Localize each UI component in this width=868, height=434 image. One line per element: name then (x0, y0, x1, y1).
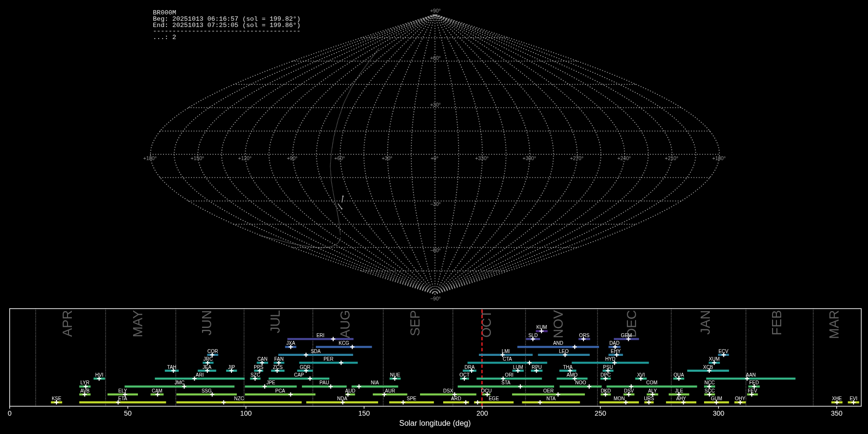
svg-text:HVI: HVI (95, 372, 104, 378)
svg-text:PAU: PAU (320, 380, 329, 385)
svg-text:300: 300 (713, 409, 724, 417)
svg-text:JUN: JUN (200, 310, 214, 336)
svg-text:XCB: XCB (703, 365, 713, 370)
svg-text:PER: PER (324, 356, 334, 362)
svg-text:+270°: +270° (570, 155, 583, 161)
svg-text:DRA: DRA (464, 365, 475, 370)
svg-text:AAN: AAN (746, 372, 756, 378)
svg-text:MON: MON (613, 396, 624, 401)
svg-text:ETA: ETA (118, 396, 127, 401)
svg-text:XHE: XHE (832, 396, 842, 401)
svg-text:NUE: NUE (390, 372, 400, 378)
svg-text:350: 350 (831, 409, 842, 417)
svg-text:DSX: DSX (443, 388, 453, 393)
svg-text:ALY: ALY (648, 388, 657, 393)
svg-text:150: 150 (358, 409, 370, 417)
svg-text:GDR: GDR (299, 365, 310, 370)
svg-text:COM: COM (646, 380, 657, 385)
svg-text:OCT: OCT (460, 372, 470, 378)
svg-text:+30°: +30° (382, 155, 393, 161)
svg-text:PCA: PCA (275, 388, 285, 393)
svg-text:PSU: PSU (603, 365, 613, 370)
svg-text:DSV: DSV (624, 388, 634, 393)
svg-text:OHY: OHY (735, 396, 746, 401)
svg-text:CAM: CAM (152, 388, 163, 393)
svg-text:−30°: −30° (430, 201, 441, 207)
svg-text:JIP: JIP (228, 365, 235, 370)
svg-text:APR: APR (60, 310, 75, 337)
svg-text:SZC: SZC (250, 372, 260, 378)
svg-text:NOO: NOO (575, 380, 586, 385)
svg-text:ELY: ELY (118, 388, 127, 393)
svg-text:−60°: −60° (430, 247, 441, 253)
svg-text:RPU: RPU (531, 365, 542, 370)
svg-text:DAD: DAD (610, 340, 620, 346)
svg-text:URS: URS (644, 396, 654, 401)
svg-text:ARD: ARD (451, 396, 461, 401)
svg-text:THA: THA (563, 365, 573, 370)
svg-text:+210°: +210° (665, 155, 678, 161)
svg-text:JUL: JUL (268, 310, 283, 333)
svg-text:AND: AND (553, 340, 563, 346)
svg-text:+300°: +300° (523, 155, 536, 161)
svg-text:SDA: SDA (311, 349, 321, 354)
svg-text:+60°: +60° (334, 155, 345, 161)
svg-text:250: 250 (595, 409, 606, 417)
svg-text:EHY: EHY (611, 349, 621, 354)
svg-text:COR: COR (207, 349, 218, 354)
svg-text:LMI: LMI (502, 349, 510, 354)
svg-text:+180°: +180° (712, 155, 726, 161)
svg-text:AUR: AUR (385, 388, 395, 393)
svg-text:GEM: GEM (621, 333, 632, 338)
svg-text:FEB: FEB (770, 310, 784, 336)
svg-text:AUG: AUG (338, 310, 353, 339)
svg-text:AMO: AMO (567, 372, 578, 378)
svg-text:−90°: −90° (430, 296, 441, 301)
svg-text:ORS: ORS (579, 333, 590, 338)
svg-text:STA: STA (502, 380, 511, 385)
svg-text:ORI: ORI (505, 372, 514, 378)
svg-text:OCT: OCT (479, 310, 494, 338)
svg-text:LYR: LYR (81, 380, 90, 385)
svg-text:TAH: TAH (167, 365, 176, 370)
svg-text:HYD: HYD (605, 356, 615, 362)
svg-text:SEP: SEP (408, 310, 422, 336)
svg-text:FAN: FAN (274, 356, 284, 362)
svg-text:SLD: SLD (529, 333, 538, 338)
svg-text:100: 100 (240, 409, 252, 417)
svg-text:JLE: JLE (675, 388, 683, 393)
svg-text:QUA: QUA (674, 372, 684, 378)
svg-text:OER: OER (543, 388, 554, 393)
svg-text:+240°: +240° (617, 155, 631, 161)
svg-text:SPE: SPE (407, 396, 416, 401)
svg-text:KCG: KCG (339, 340, 349, 346)
svg-text:AVB: AVB (80, 388, 90, 393)
svg-text:SSG: SSG (202, 388, 212, 393)
svg-text:...: 2: ...: 2 (153, 34, 176, 41)
svg-text:NTA: NTA (546, 396, 556, 401)
svg-text:Solar longitude (deg): Solar longitude (deg) (399, 419, 471, 427)
svg-text:KUM: KUM (536, 325, 547, 330)
svg-text:SCC: SCC (705, 388, 715, 393)
svg-text:+120°: +120° (238, 155, 252, 161)
svg-text:ARI: ARI (196, 372, 204, 378)
svg-text:KSE: KSE (52, 396, 61, 401)
svg-text:AUD: AUD (345, 388, 355, 393)
svg-text:NDA: NDA (337, 396, 347, 401)
svg-text:+90°: +90° (287, 155, 298, 161)
svg-text:200: 200 (476, 409, 488, 417)
svg-text:JXA: JXA (286, 340, 296, 346)
svg-text:FED: FED (749, 380, 759, 385)
svg-text:DKD: DKD (601, 388, 611, 393)
svg-text:ECV: ECV (719, 349, 729, 354)
svg-text:EVI: EVI (850, 396, 857, 401)
svg-text:+30°: +30° (430, 102, 441, 108)
svg-text:JMC: JMC (175, 380, 185, 385)
svg-text:MAY: MAY (131, 310, 145, 338)
svg-text:NZC: NZC (234, 396, 244, 401)
svg-text:+150°: +150° (190, 155, 204, 161)
svg-text:+330°: +330° (475, 155, 488, 161)
svg-text:EGE: EGE (488, 396, 499, 401)
svg-text:LEO: LEO (559, 349, 569, 354)
svg-text:NOV: NOV (551, 310, 566, 339)
